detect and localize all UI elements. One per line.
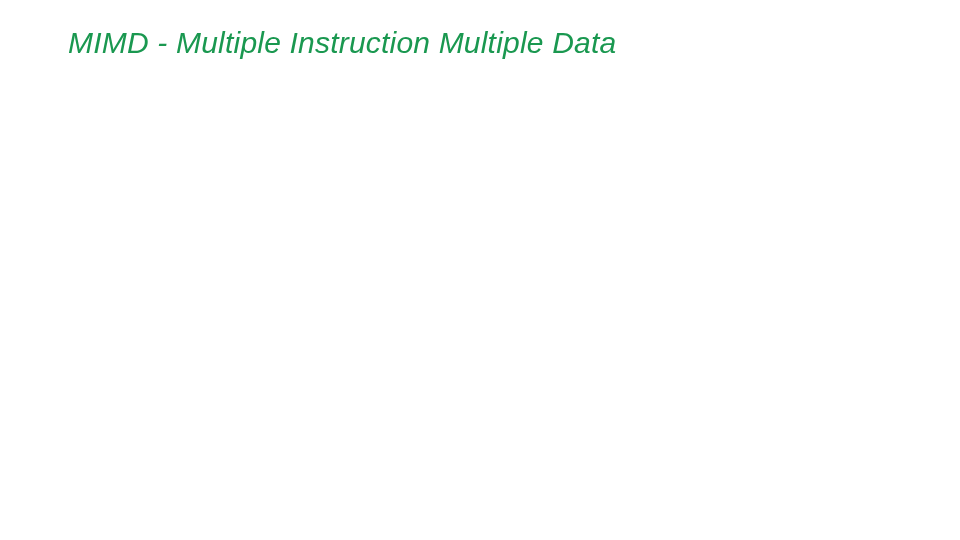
slide-title: MIMD - Multiple Instruction Multiple Dat… xyxy=(68,26,616,60)
